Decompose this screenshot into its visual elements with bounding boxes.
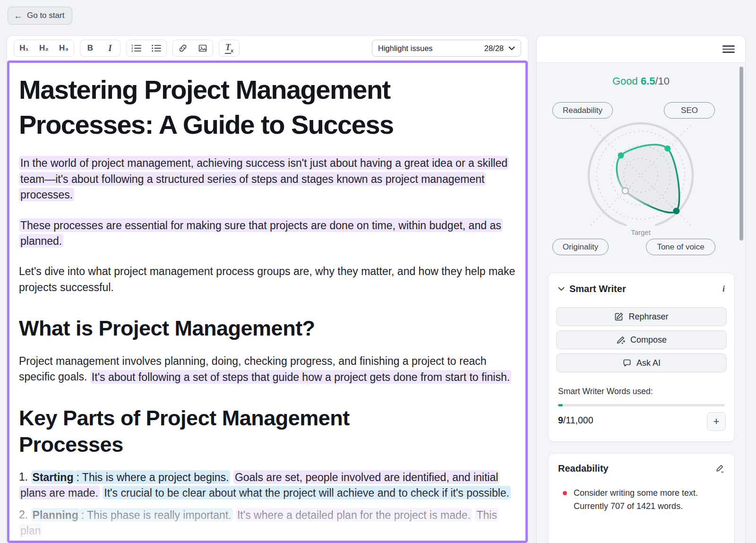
- text-segment: It's crucial to be clear about what the …: [103, 486, 511, 500]
- go-to-start-label: Go to start: [27, 11, 64, 20]
- editor-panel: H₁ H₂ H₃ B I 1 2 3: [7, 35, 528, 543]
- info-icon[interactable]: i: [722, 284, 725, 294]
- format-button-group: B I: [80, 40, 120, 57]
- sidebar-scrollbar[interactable]: [739, 67, 743, 241]
- ordered-list-icon: 1 2 3: [131, 43, 142, 53]
- readability-card: Readability Consider writing some more t…: [548, 453, 735, 543]
- list-button-group: 1 2 3: [126, 40, 167, 57]
- heading3-button[interactable]: H₃: [54, 40, 74, 56]
- text-segment: In the world of project management, achi…: [19, 156, 509, 201]
- heading1-button[interactable]: H₁: [14, 40, 34, 56]
- score-gauge-chart: Target: [537, 116, 746, 258]
- rephraser-label: Rephraser: [628, 312, 668, 322]
- doc-h2: What is Project Management?: [19, 315, 435, 342]
- document-body: Mastering Project Management Processes: …: [19, 72, 516, 539]
- target-label: Target: [631, 228, 651, 236]
- words-total-value: /11,000: [563, 415, 593, 425]
- smart-writer-card: Smart Writer i Rephraser: [548, 273, 735, 442]
- insert-button-group: [172, 40, 213, 57]
- smart-writer-title: Smart Writer: [569, 284, 626, 294]
- readability-issue-item: Consider writing some more text. Current…: [563, 487, 722, 513]
- link-button[interactable]: [173, 40, 193, 56]
- overall-score: Good 6.5/10: [537, 75, 745, 87]
- tone-of-voice-pill[interactable]: Tone of voice: [646, 239, 715, 255]
- readability-card-header: Readability: [549, 454, 734, 474]
- tone-of-voice-dot: [673, 207, 679, 214]
- text-segment: Starting: [31, 470, 75, 484]
- clear-formatting-icon: Tx: [225, 43, 233, 54]
- score-max: /10: [655, 75, 670, 87]
- highlight-issues-label: Highlight issues: [378, 44, 433, 53]
- doc-paragraph: In the world of project management, achi…: [19, 155, 516, 203]
- document-editor[interactable]: Mastering Project Management Processes: …: [7, 60, 528, 543]
- edit-pen-icon[interactable]: [715, 464, 725, 474]
- highlight-issues-count: 28/28: [484, 44, 504, 53]
- compose-button[interactable]: Compose: [556, 330, 727, 349]
- svg-text:3: 3: [131, 49, 133, 52]
- heading2-button[interactable]: H₂: [34, 40, 54, 56]
- highlight-issues-dropdown[interactable]: Highlight issues 28/28: [372, 40, 521, 57]
- add-words-button[interactable]: +: [707, 412, 726, 431]
- go-to-start-button[interactable]: ← Go to start: [8, 7, 72, 25]
- list-number: 2.: [19, 509, 31, 521]
- back-arrow-icon: ←: [14, 11, 23, 20]
- readability-card-title: Readability: [558, 463, 609, 474]
- originality-pill[interactable]: Originality: [552, 239, 609, 255]
- ordered-list-button[interactable]: 1 2 3: [127, 40, 146, 56]
- menu-icon[interactable]: [722, 45, 735, 53]
- ask-ai-label: Ask AI: [636, 358, 661, 368]
- issue-bullet-dot: [563, 491, 567, 495]
- clear-formatting-button[interactable]: Tx: [219, 40, 239, 56]
- heading-button-group: H₁ H₂ H₃: [14, 40, 74, 57]
- text-segment: : This phase is really important.: [80, 508, 233, 522]
- ask-ai-button[interactable]: Ask AI: [556, 353, 727, 372]
- image-button[interactable]: [193, 40, 213, 56]
- words-used-progress-fill: [558, 404, 563, 406]
- text-segment: [230, 471, 233, 483]
- app-screen: ← Go to start H₁ H₂ H₃ B I 1 2 3: [0, 0, 756, 543]
- doc-h1: Mastering Project Management Processes: …: [19, 72, 516, 142]
- text-segment: : This is where a project begins.: [75, 470, 230, 484]
- compose-pen-sparkle-icon: [616, 335, 626, 345]
- doc-paragraph: Project management involves planning, do…: [19, 353, 516, 385]
- italic-button[interactable]: I: [100, 40, 120, 56]
- text-segment: It's about following a set of steps that…: [90, 370, 511, 384]
- words-used-count: 9/11,000: [558, 415, 593, 426]
- score-value: 6.5: [641, 75, 655, 87]
- issue-text: Consider writing some more text. Current…: [574, 487, 711, 513]
- chevron-down-icon[interactable]: [558, 287, 565, 291]
- rephraser-button[interactable]: Rephraser: [556, 307, 727, 326]
- doc-h2: Key Parts of Project Management Processe…: [19, 405, 435, 458]
- editor-toolbar: H₁ H₂ H₃ B I 1 2 3: [7, 36, 528, 60]
- doc-list-item: 2. Planning: This phase is really import…: [19, 507, 516, 539]
- score-label: Good: [612, 75, 638, 87]
- image-icon: [198, 43, 207, 53]
- doc-paragraph: These processes are essential for making…: [19, 217, 516, 249]
- rephraser-pencil-icon: [614, 312, 624, 321]
- originality-dot: [622, 188, 628, 194]
- chevron-down-icon: [508, 46, 515, 51]
- text-segment: Planning: [31, 508, 80, 522]
- compose-label: Compose: [630, 335, 667, 345]
- text-segment: These processes are essential for making…: [19, 218, 503, 248]
- words-used-value: 9: [558, 415, 563, 425]
- bullet-list-button[interactable]: [146, 40, 166, 56]
- smart-writer-header: Smart Writer i: [549, 273, 734, 294]
- clear-format-group: Tx: [219, 40, 240, 57]
- sidebar-header: [537, 36, 745, 63]
- link-icon: [178, 43, 188, 53]
- seo-dot: [664, 146, 670, 152]
- text-segment: It's where a detailed plan for the proje…: [236, 508, 472, 522]
- bold-button[interactable]: B: [80, 40, 100, 56]
- text-segment: Let's dive into what project management …: [19, 265, 515, 293]
- words-used-progressbar: [558, 404, 725, 406]
- plus-icon: +: [713, 415, 720, 428]
- readability-dot: [618, 153, 624, 159]
- list-number: 1.: [19, 471, 31, 483]
- sidebar-content: Good 6.5/10 Readability SEO: [537, 63, 745, 543]
- chat-bubble-icon: [622, 358, 632, 368]
- doc-paragraph: Let's dive into what project management …: [19, 264, 516, 295]
- words-used-label: Smart Writer Words used:: [558, 387, 653, 396]
- doc-list-item: 1. Starting: This is where a project beg…: [19, 469, 516, 501]
- bullet-list-icon: [151, 43, 162, 53]
